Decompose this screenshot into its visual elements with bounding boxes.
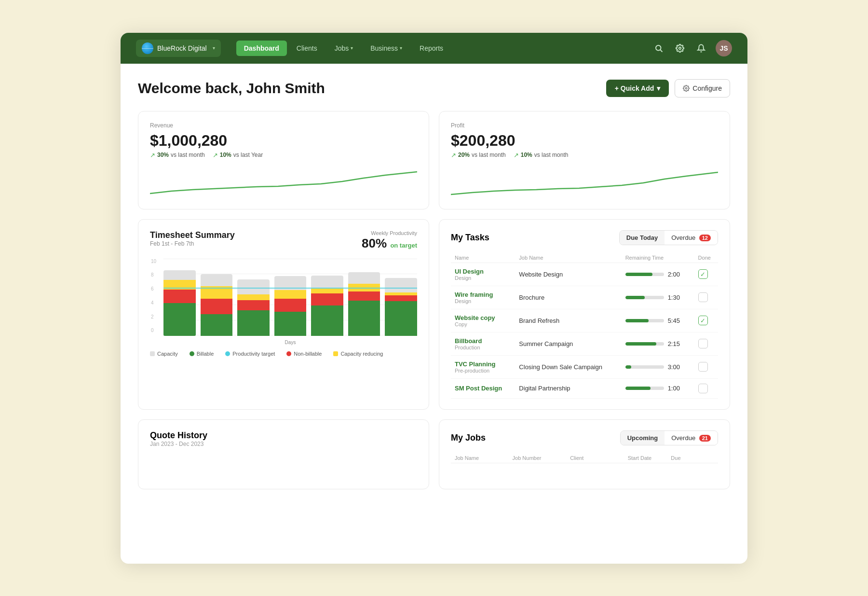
revenue-value: $1,000,280 — [150, 132, 417, 150]
tab-due-today[interactable]: Due Today — [620, 231, 665, 245]
quick-add-button[interactable]: + Quick Add ▾ — [606, 80, 669, 97]
jobs-col-start: Start Date — [628, 455, 671, 461]
jobs-chevron-icon: ▾ — [351, 45, 353, 51]
header-actions: + Quick Add ▾ Configure — [606, 79, 730, 97]
tab-jobs-overdue[interactable]: Overdue 21 — [665, 431, 718, 445]
jobs-col-number: Job Number — [513, 455, 570, 461]
revenue-arrow-2: ↗ — [213, 152, 218, 159]
chart-legend: Capacity Billable Productivity target No… — [150, 351, 417, 357]
avatar[interactable]: JS — [716, 40, 732, 56]
task-time-2: 5:45 — [668, 317, 680, 324]
jobs-title: My Jobs — [451, 433, 486, 443]
task-check-empty-5[interactable] — [698, 384, 708, 393]
business-chevron-icon: ▾ — [400, 45, 402, 51]
profit-chart — [451, 165, 718, 198]
task-type-1: Design — [455, 298, 511, 304]
task-job-2: Brand Refresh — [519, 317, 559, 324]
productivity-label: Weekly Productivity — [362, 230, 417, 236]
legend-billable-icon — [190, 351, 194, 356]
task-type-4: Pre-production — [455, 368, 511, 374]
task-progress-5: 1:00 — [625, 385, 691, 392]
svg-line-1 — [660, 50, 662, 52]
revenue-stat-2: ↗ 10% vs last Year — [213, 152, 263, 159]
bell-icon[interactable] — [694, 42, 708, 55]
quote-title: Quote History — [150, 430, 417, 441]
task-name-5[interactable]: SM Post Design — [455, 385, 511, 392]
task-name-4[interactable]: TVC Planning — [455, 360, 511, 368]
legend-nonbillable: Non-billable — [286, 351, 322, 357]
productivity-value: 80% on target — [362, 236, 417, 251]
revenue-chart — [150, 165, 417, 198]
task-name-2[interactable]: Website copy — [455, 314, 511, 321]
task-check-empty-1[interactable] — [698, 292, 708, 302]
timesheet-subtitle: Feb 1st - Feb 7th — [150, 240, 235, 247]
jobs-table-header: Job Name Job Number Client Start Date Du… — [451, 453, 718, 463]
quick-add-chevron-icon: ▾ — [657, 84, 660, 92]
search-icon[interactable] — [652, 42, 665, 55]
task-check-empty-4[interactable] — [698, 362, 708, 372]
task-name-3[interactable]: Billboard — [455, 337, 511, 345]
task-row: TVC Planning Pre-production Closing Down… — [451, 355, 718, 378]
brand-chevron-icon: ▾ — [213, 45, 215, 51]
task-row: UI Design Design Website Design 2:00 ✓ — [451, 263, 718, 286]
bar-2 — [201, 274, 233, 336]
brand-logo[interactable]: BlueRock Digital ▾ — [136, 40, 221, 57]
task-check-empty-3[interactable] — [698, 339, 708, 348]
profit-card: Profit $200,280 ↗ 20% vs last month ↗ 10… — [439, 111, 730, 209]
nav-jobs[interactable]: Jobs ▾ — [327, 41, 361, 56]
legend-capacity-reducing: Capacity reducing — [333, 351, 383, 357]
legend-billable: Billable — [190, 351, 214, 357]
tab-upcoming[interactable]: Upcoming — [621, 431, 665, 445]
nav-business[interactable]: Business ▾ — [363, 41, 410, 56]
nav-clients[interactable]: Clients — [289, 41, 325, 56]
task-check-done-2[interactable]: ✓ — [698, 316, 708, 325]
svg-point-0 — [656, 45, 661, 51]
profit-stats: ↗ 20% vs last month ↗ 10% vs last month — [451, 152, 718, 159]
settings-icon[interactable] — [673, 42, 687, 55]
bar-1 — [163, 270, 196, 336]
page-title: Welcome back, John Smith — [138, 80, 325, 97]
col-job: Job Name — [515, 253, 621, 263]
svg-point-3 — [686, 87, 688, 89]
nav-reports[interactable]: Reports — [412, 41, 451, 56]
jobs-col-due: Due — [671, 455, 714, 461]
productivity-area: Weekly Productivity 80% on target — [362, 230, 417, 251]
task-check-done-0[interactable]: ✓ — [698, 269, 708, 279]
task-time-4: 3:00 — [668, 363, 680, 371]
profit-label: Profit — [451, 122, 718, 129]
col-time: Remaining Time — [622, 253, 694, 263]
overdue-badge: 12 — [699, 235, 711, 241]
task-progress-0: 2:00 — [625, 271, 691, 278]
col-done: Done — [694, 253, 718, 263]
bars-container — [163, 259, 417, 336]
task-name-1[interactable]: Wire framing — [455, 291, 511, 298]
navbar: BlueRock Digital ▾ Dashboard Clients Job… — [121, 33, 747, 64]
bar-4 — [274, 276, 307, 335]
revenue-card: Revenue $1,000,280 ↗ 30% vs last month ↗… — [138, 111, 429, 209]
nav-dashboard[interactable]: Dashboard — [236, 41, 287, 56]
revenue-label: Revenue — [150, 122, 417, 129]
jobs-header: My Jobs Upcoming Overdue 21 — [451, 430, 718, 445]
bar-5 — [311, 276, 343, 336]
configure-button[interactable]: Configure — [675, 79, 730, 97]
task-job-0: Website Design — [519, 271, 563, 278]
task-type-0: Design — [455, 275, 511, 281]
task-name-0[interactable]: UI Design — [455, 268, 511, 275]
col-name: Name — [451, 253, 515, 263]
legend-capacity: Capacity — [150, 351, 178, 357]
tasks-title: My Tasks — [451, 233, 489, 243]
task-progress-4: 3:00 — [625, 363, 691, 371]
jobs-tab-group: Upcoming Overdue 21 — [620, 430, 718, 445]
x-axis-label: Days — [163, 340, 417, 345]
task-progress-3: 2:15 — [625, 340, 691, 347]
tasks-tab-group: Due Today Overdue 12 — [619, 230, 718, 245]
main-content: Welcome back, John Smith + Quick Add ▾ C… — [121, 64, 747, 505]
brand-globe-icon — [142, 42, 153, 54]
tasks-header: My Tasks Due Today Overdue 12 — [451, 230, 718, 245]
jobs-col-client: Client — [570, 455, 628, 461]
tab-overdue[interactable]: Overdue 12 — [665, 231, 718, 245]
task-type-3: Production — [455, 345, 511, 350]
tasks-table: Name Job Name Remaining Time Done UI Des… — [451, 253, 718, 399]
bar-7 — [385, 278, 417, 336]
quote-subtitle: Jan 2023 - Dec 2023 — [150, 441, 417, 447]
